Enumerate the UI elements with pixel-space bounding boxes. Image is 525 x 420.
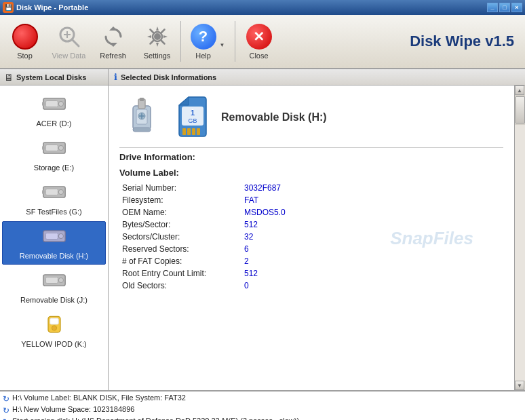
refresh-label: Refresh: [100, 52, 126, 60]
info-row: Old Sectors:0: [119, 280, 503, 292]
scrollbar-down-button[interactable]: ▼: [515, 381, 524, 390]
disk-icon-removable-j: [42, 270, 66, 294]
info-field-value: 0: [241, 280, 503, 292]
help-icon: ?: [190, 23, 217, 50]
stop-button[interactable]: Stop: [3, 17, 47, 66]
info-field-value: 512: [241, 218, 503, 231]
log-entry-icon: ↻: [3, 417, 9, 420]
scrollbar-thumb[interactable]: [516, 96, 525, 123]
disk-icon-storage-e: [42, 138, 66, 162]
log-entry: ↻H:\ Volume Label: BLANK DISK, File Syst…: [3, 393, 522, 404]
svg-point-28: [52, 326, 56, 330]
info-field-label: Root Entry Count Limit:: [119, 267, 241, 280]
minimize-button[interactable]: _: [487, 3, 498, 12]
disk-info-panel: 1 GB 1 GB Removable Disk (H:) Drive Info…: [109, 85, 514, 390]
hdd-icon: 🖥: [4, 72, 14, 83]
svg-point-18: [58, 189, 63, 194]
close-button[interactable]: ✕ Close: [237, 17, 281, 66]
info-field-label: OEM Name:: [119, 206, 241, 218]
info-row: Sectors/Cluster:32: [119, 231, 503, 243]
svg-rect-19: [42, 190, 45, 193]
disk-label-removable-j: Removable Disk (J:): [20, 296, 88, 304]
svg-rect-32: [140, 98, 144, 101]
svg-rect-9: [45, 101, 58, 107]
log-entry-text: H:\ Volume Label: BLANK DISK, File Syste…: [12, 394, 186, 402]
info-row: OEM Name:MSDOS5.0: [119, 206, 503, 218]
settings-button[interactable]: Settings: [135, 17, 179, 66]
toolbar-separator-1: [180, 21, 181, 62]
info-field-value: FAT: [241, 194, 503, 206]
svg-rect-38: [187, 128, 191, 135]
info-field-value: 3032F687: [241, 182, 503, 194]
scrollbar-up-button[interactable]: ▲: [515, 85, 524, 95]
info-field-value: 2: [241, 255, 503, 267]
right-scrollbar[interactable]: ▲ ▼: [514, 85, 525, 390]
log-area: ↻H:\ Volume Label: BLANK DISK, File Syst…: [0, 390, 525, 420]
disk-icon-removable-h: [42, 226, 66, 250]
refresh-button[interactable]: Refresh: [91, 17, 135, 66]
log-entry: ↻Start erasing disk H: (US Department of…: [3, 416, 522, 420]
info-row: Bytes/Sector:512: [119, 218, 503, 231]
viewdata-button[interactable]: View Data: [47, 17, 91, 66]
svg-rect-13: [45, 145, 58, 151]
info-field-value: 6: [241, 243, 503, 255]
svg-rect-36: [133, 128, 151, 132]
sidebar: 🖥 System Local Disks ACER (D:): [0, 69, 109, 390]
viewdata-icon: [56, 23, 83, 50]
usb-drive-image: [119, 92, 167, 142]
log-entry-text: Start erasing disk H: (US Department of …: [12, 417, 299, 420]
svg-rect-39: [192, 128, 195, 135]
svg-marker-5: [109, 43, 117, 47]
svg-point-22: [58, 233, 63, 238]
disk-item-storage-e[interactable]: Storage (E:): [2, 133, 106, 176]
log-entry-text: H:\ New Volume Space: 1023184896: [12, 405, 134, 413]
info-field-label: Sectors/Cluster:: [119, 231, 241, 243]
help-button[interactable]: ? Help ▼: [182, 17, 233, 66]
divider-1: [119, 147, 503, 148]
maximize-button[interactable]: □: [499, 3, 510, 12]
disk-item-sf-testfiles-g[interactable]: SF TestFiles (G:): [2, 177, 106, 221]
info-field-label: Reserved Sectors:: [119, 243, 241, 255]
help-dropdown-arrow[interactable]: ▼: [218, 41, 227, 49]
window-title: Disk Wipe - Portable: [16, 3, 88, 12]
svg-line-1: [72, 39, 79, 46]
panel-header-label: Selected Disk Informations: [121, 73, 216, 81]
disk-item-acer-d[interactable]: ACER (D:): [2, 89, 106, 132]
info-row: Root Entry Count Limit:512: [119, 267, 503, 280]
sidebar-header-label: System Local Disks: [16, 73, 86, 81]
svg-rect-21: [45, 233, 58, 240]
disk-icon-acer-d: [42, 94, 66, 118]
info-row: Filesystem:FAT: [119, 194, 503, 206]
main-area: 🖥 System Local Disks ACER (D:): [0, 69, 525, 390]
svg-rect-24: [45, 278, 58, 284]
svg-point-25: [58, 278, 63, 282]
svg-rect-37: [182, 128, 186, 135]
volume-label-title: Volume Label:: [119, 168, 503, 178]
log-entries: ↻H:\ Volume Label: BLANK DISK, File Syst…: [3, 393, 522, 420]
svg-rect-15: [42, 146, 45, 149]
disk-name-label: Removable Disk (H:): [221, 111, 327, 123]
disk-item-yellow-ipod-k[interactable]: YELLOW IPOD (K:): [2, 309, 106, 353]
disk-item-removable-h[interactable]: Removable Disk (H:): [2, 221, 106, 265]
svg-rect-40: [197, 128, 200, 135]
svg-rect-11: [42, 102, 45, 105]
info-field-value: MSDOS5.0: [241, 206, 503, 218]
svg-rect-17: [45, 189, 58, 195]
info-row: Reserved Sectors:6: [119, 243, 503, 255]
log-entry-icon: ↻: [3, 394, 9, 404]
title-bar: 💾 Disk Wipe - Portable _ □ ×: [0, 0, 525, 15]
info-field-value: 32: [241, 231, 503, 243]
toolbar-separator-2: [235, 21, 235, 62]
app-icon: 💾: [3, 2, 14, 13]
disk-item-removable-j[interactable]: Removable Disk (J:): [2, 265, 106, 309]
svg-text:GB: GB: [188, 117, 197, 124]
svg-point-14: [58, 145, 63, 150]
refresh-icon: [100, 23, 127, 50]
scrollbar-track: [515, 125, 525, 381]
log-entry: ↻H:\ New Volume Space: 1023184896: [3, 404, 522, 416]
drive-info-title: Drive Information:: [119, 152, 503, 162]
svg-point-6: [154, 33, 161, 40]
disk-icon-sf-testfiles-g: [42, 182, 66, 206]
close-window-button[interactable]: ×: [511, 3, 522, 12]
disk-icon-yellow-ipod-k: [42, 314, 66, 339]
